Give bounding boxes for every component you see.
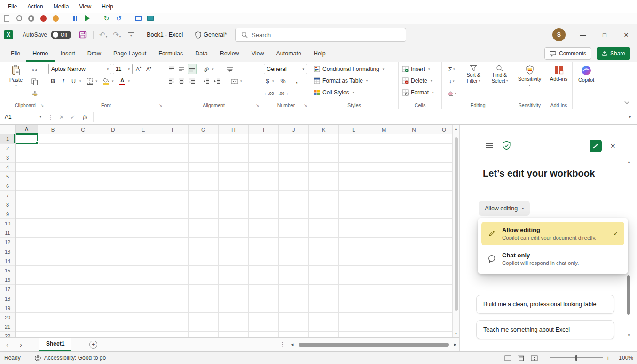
prev-sheet-icon[interactable]: ‹ [6,341,8,349]
tab-page-layout[interactable]: Page Layout [107,45,152,62]
fill-color-button[interactable] [102,76,110,86]
insert-function-button[interactable]: fx [79,113,92,121]
column-header-a[interactable]: A [16,125,38,134]
format-cells-button[interactable]: Format▾ [400,86,440,98]
row-header[interactable]: 19 [0,303,15,313]
next-sheet-icon[interactable]: › [20,341,22,349]
drag-handle-icon[interactable]: ⋮ [47,114,54,121]
fill-button[interactable]: ↓▾ [443,75,460,87]
vertical-scrollbar[interactable]: ▲ ▼ [452,125,459,337]
collapse-ribbon-icon[interactable] [625,100,629,104]
tab-view[interactable]: View [245,45,270,62]
new-chat-button[interactable] [590,140,602,152]
percent-style-button[interactable]: % [279,76,288,86]
account-avatar[interactable]: S [552,28,566,41]
search-box[interactable] [235,28,406,42]
number-format-combo[interactable]: General▾ [264,64,307,74]
zoom-out-button[interactable]: − [544,355,548,362]
underline-button[interactable]: U [69,76,78,86]
align-left-button[interactable] [167,76,176,86]
more-options-icon[interactable]: ⋮ [279,341,285,348]
wrap-text-button[interactable] [226,64,235,74]
cell-styles-button[interactable]: Cell Styles▾ [312,86,397,98]
row-header[interactable]: 7 [0,191,15,200]
scroll-down-icon[interactable]: ▼ [627,333,631,338]
column-header[interactable]: I [249,125,279,134]
dialog-launcher-icon[interactable]: ↘ [256,104,259,108]
dialog-launcher-icon[interactable]: ↘ [159,104,162,108]
column-header[interactable]: E [128,125,158,134]
vm-start-icon[interactable] [83,14,92,23]
column-header[interactable]: D [98,125,128,134]
middle-align-button[interactable] [177,64,186,74]
paste-button[interactable]: Paste ▾ [5,63,27,101]
align-right-button[interactable] [188,76,197,86]
column-header[interactable]: L [339,125,369,134]
scrollbar-thumb[interactable] [299,343,448,347]
format-as-table-button[interactable]: Format as Table▾ [312,75,397,86]
tab-review[interactable]: Review [214,45,245,62]
vm-menu-view[interactable]: View [74,0,96,13]
row-header[interactable]: 20 [0,313,15,322]
sheet-tab-sheet1[interactable]: Sheet1 [39,338,71,351]
column-header[interactable]: H [219,125,249,134]
find-select-button[interactable]: Find & Select▾ [487,63,512,101]
column-header[interactable]: F [158,125,189,134]
copy-button[interactable] [30,77,40,87]
row-header[interactable]: 17 [0,285,15,294]
accounting-format-button[interactable]: $ [264,76,271,86]
conditional-formatting-button[interactable]: Conditional Formatting▾ [312,63,397,75]
close-button[interactable]: ✕ [615,24,637,45]
insert-cells-button[interactable]: Insert▾ [400,63,440,75]
close-pane-icon[interactable]: × [610,142,615,150]
row-header[interactable]: 22 [0,332,15,337]
row-header[interactable]: 10 [0,219,15,228]
dialog-launcher-icon[interactable]: ↘ [304,104,307,108]
column-header[interactable]: J [279,125,309,134]
redo-button[interactable]: ↷▾ [113,31,121,39]
scrollbar-thumb[interactable] [627,275,630,315]
mode-selector-button[interactable]: Allow editing▾ [479,201,530,216]
row-header[interactable]: 14 [0,256,15,266]
save-button[interactable] [79,31,87,39]
accessibility-status[interactable]: Accessibility: Good to go [35,355,106,361]
tab-automate[interactable]: Automate [270,45,308,62]
borders-button[interactable] [86,76,94,86]
row-header-1[interactable]: 1 [0,134,15,144]
scroll-up-icon[interactable]: ▲ [627,160,631,164]
increase-decimal-button[interactable]: ←.00 [264,91,274,96]
orientation-button[interactable]: ab [202,64,211,74]
font-name-combo[interactable]: Aptos Narrow▾ [48,64,111,74]
column-header[interactable]: B [38,125,68,134]
row-header[interactable]: 8 [0,200,15,209]
autosave-toggle[interactable]: Off [51,31,71,39]
font-color-button[interactable]: A [118,76,127,86]
row-header[interactable]: 13 [0,247,15,256]
row-header[interactable]: 5 [0,172,15,181]
row-header[interactable]: 2 [0,144,15,153]
vm-menu-media[interactable]: Media [48,0,74,13]
row-header[interactable]: 16 [0,275,15,285]
maximize-button[interactable]: □ [594,24,615,45]
bottom-align-button[interactable] [188,64,197,74]
increase-font-size-button[interactable]: A▴ [134,64,143,74]
italic-button[interactable]: I [59,76,68,86]
delete-cells-button[interactable]: Delete▾ [400,75,440,86]
scroll-left-icon[interactable]: ◀ [291,343,293,347]
horizontal-scrollbar[interactable]: ◀ ▶ [291,342,456,347]
menu-icon[interactable] [486,143,493,148]
vm-pause-icon[interactable] [71,14,79,23]
search-input[interactable] [252,31,406,39]
copilot-button[interactable]: Copilot [574,63,598,101]
sensitivity-button[interactable]: Sensitivity ▾ [516,63,543,101]
row-header[interactable]: 18 [0,294,15,303]
vm-save-state-icon[interactable] [51,14,60,23]
tab-insert[interactable]: Insert [55,45,81,62]
cells-area[interactable] [16,134,459,337]
option-allow-editing[interactable]: Allow editing Copilot can edit your docu… [481,222,624,245]
page-break-view-icon[interactable] [531,355,538,361]
comma-style-button[interactable]: , [292,76,301,86]
minimize-button[interactable]: — [572,24,594,45]
vm-ctrl-alt-del-icon[interactable] [2,14,11,23]
sensitivity-badge[interactable]: General* [195,31,227,39]
